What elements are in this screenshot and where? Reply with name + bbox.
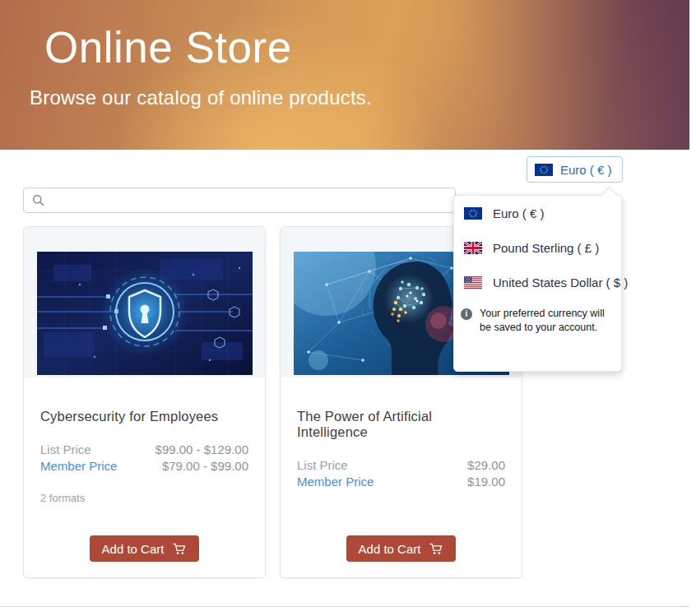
member-price-value: $19.00 xyxy=(467,474,505,489)
add-to-cart-label: Add to Cart xyxy=(102,542,165,556)
product-title: Cybersecurity for Employees xyxy=(40,409,248,424)
member-price-link[interactable]: Member Price xyxy=(40,458,117,474)
list-price-row: List Price $29.00 xyxy=(297,457,505,473)
cybersecurity-shield-image xyxy=(37,252,253,375)
page-title: Online Store xyxy=(0,0,689,74)
add-to-cart-button[interactable]: Add to Cart xyxy=(346,535,457,562)
cart-icon xyxy=(173,543,187,555)
list-price-row: List Price $99.00 - $129.00 xyxy=(40,442,248,457)
eu-flag-icon xyxy=(464,207,482,220)
formats-count: 2 formats xyxy=(40,492,248,504)
us-flag-icon xyxy=(464,276,482,289)
search-input[interactable] xyxy=(51,194,447,207)
online-store-page: Online Store Browse our catalog of onlin… xyxy=(0,0,696,616)
page-subtitle: Browse our catalog of online products. xyxy=(30,86,689,109)
product-title: The Power of Artificial Intelligence xyxy=(297,409,505,440)
price-table: List Price $29.00 Member Price $19.00 xyxy=(297,457,505,489)
product-details: The Power of Artificial Intelligence Lis… xyxy=(281,377,522,577)
add-to-cart-label: Add to Cart xyxy=(359,542,421,556)
search-icon xyxy=(32,194,44,206)
currency-option-dollar[interactable]: United States Dollar ( $ ) xyxy=(454,265,621,299)
add-to-cart-button[interactable]: Add to Cart xyxy=(90,535,200,562)
info-icon: i xyxy=(461,308,472,320)
cart-icon xyxy=(429,543,443,555)
list-price-value: $29.00 xyxy=(467,457,505,473)
currency-option-label: United States Dollar ( $ ) xyxy=(493,276,628,289)
currency-note: i Your preferred currency will be saved … xyxy=(454,307,621,335)
currency-note-text: Your preferred currency will be saved to… xyxy=(480,307,613,335)
selected-currency-label: Euro ( € ) xyxy=(560,163,612,177)
member-price-row: Member Price $19.00 xyxy=(297,474,505,489)
hero-banner: Online Store Browse our catalog of onlin… xyxy=(0,0,689,150)
currency-selector-button[interactable]: Euro ( € ) xyxy=(527,156,623,183)
price-table: List Price $99.00 - $129.00 Member Price… xyxy=(40,442,248,474)
uk-flag-icon xyxy=(464,242,482,254)
product-grid: Cybersecurity for Employees List Price $… xyxy=(23,226,522,578)
member-price-row: Member Price $79.00 - $99.00 xyxy=(40,458,248,474)
currency-option-pound[interactable]: Pound Sterling ( £ ) xyxy=(454,230,621,265)
currency-dropdown-panel: Euro ( € ) Pound Sterling ( £ ) xyxy=(453,195,622,372)
member-price-value: $79.00 - $99.00 xyxy=(162,458,248,474)
list-price-value: $99.00 - $129.00 xyxy=(155,442,248,457)
list-price-label: List Price xyxy=(40,442,91,457)
product-image-area xyxy=(24,227,265,377)
currency-option-label: Pound Sterling ( £ ) xyxy=(493,241,599,255)
list-price-label: List Price xyxy=(297,457,348,473)
product-details: Cybersecurity for Employees List Price $… xyxy=(24,377,265,577)
eu-flag-icon xyxy=(535,164,553,176)
footer-divider xyxy=(0,606,689,607)
formats-count xyxy=(297,507,505,520)
product-card: Cybersecurity for Employees List Price $… xyxy=(23,226,266,578)
currency-option-label: Euro ( € ) xyxy=(493,206,545,220)
member-price-link[interactable]: Member Price xyxy=(297,474,374,489)
store-content: Euro ( € ) xyxy=(0,150,696,616)
search-bar xyxy=(23,188,456,213)
currency-option-euro[interactable]: Euro ( € ) xyxy=(454,196,621,230)
